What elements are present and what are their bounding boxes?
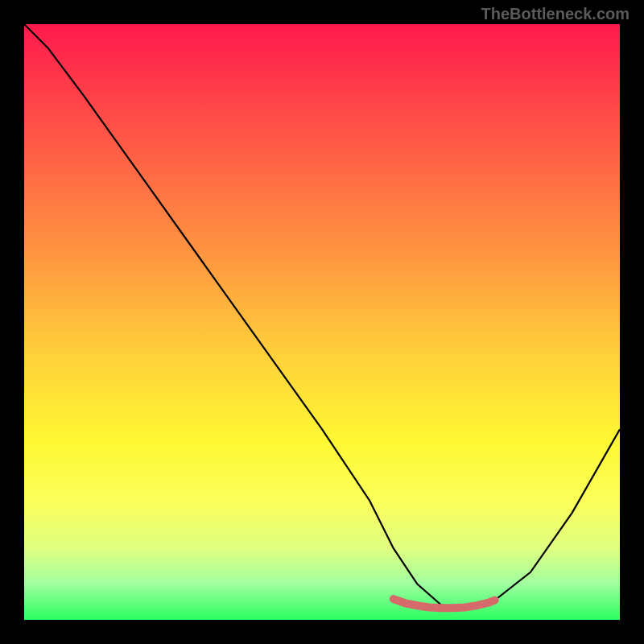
bottleneck-curve-line bbox=[24, 24, 620, 608]
chart-svg bbox=[24, 24, 620, 620]
watermark-text: TheBottleneck.com bbox=[481, 5, 630, 23]
plot-area bbox=[24, 24, 620, 620]
sweet-spot-highlight-line bbox=[394, 599, 495, 608]
